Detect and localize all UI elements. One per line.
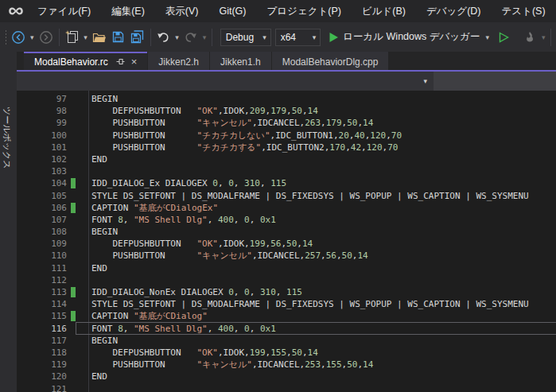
- redo-dropdown-icon[interactable]: ▾: [200, 27, 209, 48]
- save-button[interactable]: [109, 27, 128, 48]
- code-text[interactable]: FONT 8, "MS Shell Dlg", 400, 0, 0x1: [76, 323, 276, 335]
- menu-item[interactable]: Git(G): [208, 0, 256, 22]
- undo-button[interactable]: [154, 27, 173, 48]
- pin-icon[interactable]: [116, 57, 125, 66]
- save-icon: [111, 30, 125, 44]
- visual-studio-window: ファイル(F)編集(E)表示(V)Git(G)プロジェクト(P)ビルド(B)デバ…: [0, 0, 556, 392]
- redo-button[interactable]: [181, 27, 200, 48]
- code-text[interactable]: END: [76, 262, 107, 274]
- editor-tab[interactable]: Jikken1.h: [210, 52, 271, 70]
- code-text[interactable]: BEGIN: [76, 335, 118, 347]
- menu-item[interactable]: デバッグ(D): [416, 0, 492, 22]
- line-number: 118: [17, 347, 67, 359]
- code-text[interactable]: PUSHBUTTON "チカチカしない",IDC_BUTTON1,20,40,1…: [76, 130, 402, 142]
- chevron-down-icon: ▾: [259, 33, 270, 41]
- open-file-icon: [92, 31, 107, 44]
- visual-studio-logo-icon: [8, 4, 24, 18]
- menu-item[interactable]: ビルド(B): [352, 0, 416, 22]
- code-text[interactable]: END: [76, 371, 107, 382]
- hot-reload-button[interactable]: [520, 27, 539, 48]
- line-number: 120: [17, 371, 67, 382]
- line-number: 112: [17, 274, 67, 286]
- code-line: 120END: [17, 371, 556, 382]
- line-number: 119: [17, 359, 67, 371]
- toolbox-tab[interactable]: ツールボックス: [1, 107, 13, 169]
- left-dock-strip: ツールボックス: [0, 52, 17, 392]
- navigate-back-icon: [11, 30, 25, 45]
- code-text[interactable]: STYLE DS_SETFONT | DS_MODALFRAME | DS_FI…: [76, 190, 529, 202]
- line-number: 104: [17, 177, 67, 189]
- new-project-button[interactable]: [62, 27, 81, 48]
- document-well: ModalBehavior.rc×Jikken2.hJikken1.hModal…: [17, 52, 556, 392]
- menu-item[interactable]: 編集(E): [101, 0, 155, 22]
- code-text[interactable]: IDD_DIALOG_NonEx DIALOGEX 0, 0, 310, 115: [76, 286, 302, 298]
- editor-tab[interactable]: ModalBehavior.rc×: [24, 52, 147, 70]
- code-text[interactable]: DEFPUSHBUTTON "OK",IDOK,199,155,50,14: [76, 347, 318, 359]
- line-number: 102: [17, 153, 67, 165]
- start-debugging-dropdown-icon[interactable]: ▾: [483, 27, 492, 48]
- code-text[interactable]: PUSHBUTTON "チカチカする",IDC_BUTTON2,170,42,1…: [76, 142, 398, 153]
- line-number: 107: [17, 214, 67, 226]
- code-text[interactable]: DEFPUSHBUTTON "OK",IDOK,199,56,50,14: [76, 238, 313, 250]
- line-number: 113: [17, 286, 67, 298]
- code-text[interactable]: PUSHBUTTON "キャンセル",IDCANCEL,257,56,50,14: [76, 250, 368, 262]
- flame-icon: [524, 31, 535, 43]
- code-line: 108BEGIN: [17, 226, 556, 238]
- code-text[interactable]: PUSHBUTTON "キャンセル",IDCANCEL,253,155,50,1…: [76, 359, 373, 371]
- new-project-icon: [65, 30, 79, 44]
- save-all-button[interactable]: [128, 27, 147, 48]
- hot-reload-dropdown-icon[interactable]: ▾: [539, 27, 548, 48]
- line-number: 108: [17, 226, 67, 238]
- code-text[interactable]: CAPTION "基底がCDialog": [76, 310, 208, 322]
- code-text[interactable]: FONT 8, "MS Shell Dlg", 400, 0, 0x1: [76, 214, 276, 226]
- code-line: 113IDD_DIALOG_NonEx DIALOGEX 0, 0, 310, …: [17, 286, 556, 298]
- code-line: 114STYLE DS_SETFONT | DS_MODALFRAME | DS…: [17, 298, 556, 310]
- menu-item[interactable]: 表示(V): [155, 0, 209, 22]
- code-text[interactable]: [76, 274, 91, 286]
- code-line: 99 PUSHBUTTON "キャンセル",IDCANCEL,263,179,5…: [17, 117, 556, 129]
- code-line: 103: [17, 165, 556, 177]
- menu-item[interactable]: プロジェクト(P): [257, 0, 352, 22]
- start-without-debugging-button[interactable]: [495, 27, 514, 48]
- tab-label: Jikken1.h: [220, 56, 261, 68]
- platform-combobox[interactable]: x64 ▾: [275, 29, 321, 46]
- code-text[interactable]: PUSHBUTTON "キャンセル",IDCANCEL,263,179,50,1…: [76, 117, 373, 129]
- toolbar-grip-handle[interactable]: [4, 29, 6, 46]
- code-line: 121: [17, 383, 556, 392]
- code-text[interactable]: STYLE DS_SETFONT | DS_MODALFRAME | DS_FI…: [76, 298, 529, 310]
- menu-item[interactable]: テスト(S): [492, 0, 556, 22]
- editor-tab[interactable]: ModalBehaviorDlg.cpp: [272, 52, 389, 70]
- close-icon[interactable]: ×: [131, 56, 138, 67]
- tab-label: Jikken2.h: [158, 56, 199, 68]
- navigate-back-dropdown-icon[interactable]: ▾: [28, 27, 37, 48]
- play-outline-icon: [499, 32, 509, 43]
- new-project-dropdown-icon[interactable]: ▾: [81, 27, 90, 48]
- resource-selector-combobox[interactable]: ▾: [17, 72, 434, 91]
- open-file-button[interactable]: [90, 27, 109, 48]
- start-debugging-label: ローカル Windows デバッガー: [343, 30, 480, 44]
- code-text[interactable]: [76, 383, 91, 392]
- code-text[interactable]: DEFPUSHBUTTON "OK",IDOK,209,179,50,14: [76, 105, 318, 117]
- code-text[interactable]: BEGIN: [76, 226, 118, 238]
- undo-dropdown-icon[interactable]: ▾: [173, 27, 181, 48]
- navigate-back-button[interactable]: [9, 27, 28, 48]
- code-text[interactable]: END: [76, 153, 107, 165]
- debug-config-combobox[interactable]: Debug ▾: [220, 29, 271, 46]
- navigate-forward-icon: [39, 30, 53, 45]
- code-text[interactable]: CAPTION "基底がCDialogEx": [76, 202, 218, 214]
- code-editor-pane[interactable]: 97BEGIN98 DEFPUSHBUTTON "OK",IDOK,209,17…: [17, 91, 556, 392]
- menu-item[interactable]: ファイル(F): [27, 0, 101, 22]
- code-line: 109 DEFPUSHBUTTON "OK",IDOK,199,56,50,14: [17, 238, 556, 250]
- toolbar-separator: [550, 29, 551, 46]
- code-text[interactable]: [76, 165, 91, 177]
- line-number: 115: [17, 310, 67, 322]
- editor-tab[interactable]: Jikken2.h: [148, 52, 209, 70]
- code-text[interactable]: BEGIN: [76, 93, 118, 105]
- start-debugging-button[interactable]: ローカル Windows デバッガー ▾: [329, 27, 492, 48]
- play-icon: [329, 32, 339, 43]
- navigate-forward-button[interactable]: [37, 27, 56, 48]
- code-line: 97BEGIN: [17, 93, 556, 105]
- code-line: 118 DEFPUSHBUTTON "OK",IDOK,199,155,50,1…: [17, 347, 556, 359]
- save-all-icon: [130, 30, 145, 44]
- code-text[interactable]: IDD_DIALOG_Ex DIALOGEX 0, 0, 310, 115: [76, 177, 286, 189]
